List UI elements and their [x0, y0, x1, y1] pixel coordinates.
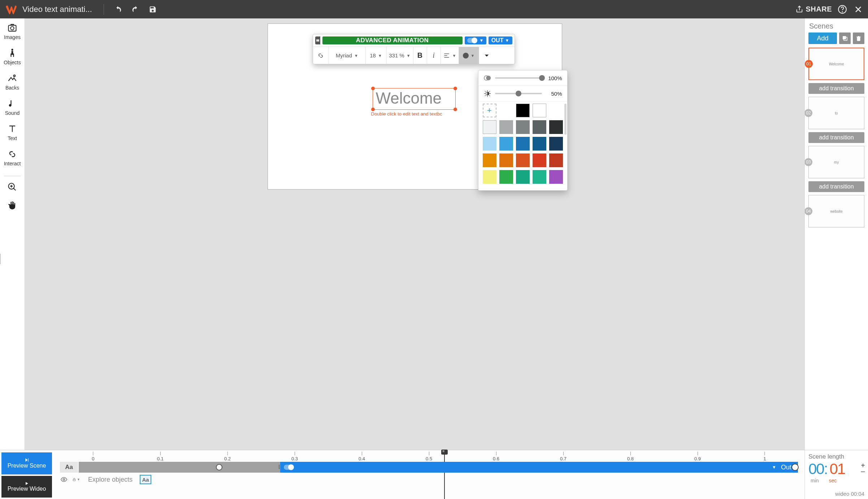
scene-label: website — [830, 209, 843, 213]
swatch[interactable] — [499, 120, 513, 134]
scene-thumb[interactable]: 04 website — [808, 195, 864, 227]
swatch[interactable] — [516, 120, 530, 134]
add-swatch-button[interactable]: + — [483, 104, 496, 117]
advanced-animation-button[interactable]: ADVANCED ANIMATION — [322, 36, 463, 44]
document-title[interactable]: Video text animati... — [22, 5, 92, 14]
canvas-text[interactable]: Welcome — [373, 88, 455, 107]
resize-handle[interactable] — [453, 87, 457, 90]
stage[interactable]: ADVANCED ANIMATION ▼ OUT▼ Myriad▼ 18▼ 33… — [268, 23, 562, 190]
svg-rect-10 — [843, 36, 846, 39]
text-toolbar: ADVANCED ANIMATION ▼ OUT▼ Myriad▼ 18▼ 33… — [313, 34, 515, 64]
animation-in-toggle[interactable]: ▼ — [465, 36, 486, 44]
swatch[interactable] — [516, 104, 530, 117]
swatch[interactable] — [499, 137, 513, 151]
share-label: SHARE — [806, 5, 832, 13]
resize-handle[interactable] — [453, 108, 457, 111]
swatch[interactable] — [499, 153, 513, 167]
brightness-slider[interactable] — [495, 93, 542, 94]
swatch[interactable] — [533, 104, 546, 117]
scene-thumb[interactable]: 01 Welcome — [808, 48, 864, 80]
scene-label: my — [834, 160, 839, 164]
swatch[interactable] — [483, 170, 496, 184]
selected-object-chip[interactable]: Aa — [140, 475, 151, 484]
undo-icon[interactable] — [113, 4, 123, 15]
brightness-value: 50% — [546, 91, 562, 97]
swatch[interactable] — [516, 137, 530, 151]
resize-handle[interactable] — [371, 108, 375, 111]
ruler-tick: 0.6 — [493, 452, 499, 461]
swatch[interactable] — [483, 153, 496, 167]
swatch[interactable] — [483, 137, 496, 151]
ruler-tick: 0.9 — [694, 452, 701, 461]
align-button[interactable]: ▼ — [441, 47, 459, 64]
toolbar-drag-handle[interactable] — [315, 36, 320, 44]
italic-button[interactable]: i — [427, 47, 441, 64]
tool-backs[interactable]: Backs — [5, 73, 19, 91]
track-segment-main[interactable]: ▼ Out || — [280, 462, 798, 473]
link-icon[interactable] — [313, 47, 329, 64]
fill-color-button[interactable]: ▼ — [459, 47, 479, 64]
swatch[interactable] — [533, 153, 546, 167]
scene-thumb[interactable]: 02 to — [808, 97, 864, 129]
save-icon[interactable] — [147, 4, 158, 15]
playhead[interactable] — [444, 450, 445, 499]
tool-images[interactable]: Images — [4, 23, 21, 40]
swatch[interactable] — [533, 170, 546, 184]
color-popover: 100% 50% + — [478, 70, 568, 191]
add-transition-button[interactable]: add transition — [808, 83, 864, 94]
preview-scene-label: Preview Scene — [8, 463, 46, 469]
font-size-select[interactable]: 18▼ — [366, 47, 387, 64]
swatch[interactable] — [549, 120, 563, 134]
scene-length-sec: 01 — [829, 460, 845, 478]
timeline-ruler[interactable]: 0 0.1 0.2 0.3 0.4 0.5 0.6 0.7 0.8 0.9 1 — [60, 452, 798, 462]
add-scene-button[interactable]: Add — [808, 32, 837, 44]
duplicate-scene-icon[interactable] — [839, 32, 851, 44]
help-icon[interactable] — [837, 4, 848, 15]
scene-number: 03 — [805, 158, 812, 166]
delete-scene-icon[interactable] — [853, 32, 864, 44]
swatch[interactable] — [549, 170, 563, 184]
tool-objects[interactable]: Objects — [4, 48, 21, 65]
close-icon[interactable] — [853, 4, 864, 15]
scene-label: Welcome — [829, 62, 844, 66]
resize-handle[interactable] — [371, 87, 375, 90]
more-options-button[interactable] — [479, 47, 494, 64]
panel-expand-handle[interactable]: ▶ — [0, 254, 1, 264]
swatch[interactable] — [499, 170, 513, 184]
preview-wideo-button[interactable]: Preview Wideo — [1, 476, 52, 498]
tool-zoom[interactable] — [7, 182, 17, 192]
zoom-select[interactable]: 331 %▼ — [387, 47, 413, 64]
track-label[interactable]: Aa — [60, 462, 78, 473]
swatch[interactable] — [516, 153, 530, 167]
swatch[interactable] — [549, 153, 563, 167]
visibility-icon[interactable] — [60, 476, 68, 483]
swatch[interactable] — [533, 120, 546, 134]
swatch[interactable] — [483, 120, 496, 134]
preview-scene-button[interactable]: Preview Scene — [1, 452, 52, 474]
tool-images-label: Images — [4, 34, 21, 40]
opacity-slider[interactable] — [495, 77, 542, 79]
tool-pan[interactable] — [7, 200, 17, 210]
add-transition-button[interactable]: add transition — [808, 132, 864, 143]
font-select[interactable]: Myriad▼ — [329, 47, 366, 64]
tool-sound[interactable]: Sound — [5, 99, 19, 116]
bold-button[interactable]: B — [413, 47, 427, 64]
share-button[interactable]: SHARE — [795, 5, 832, 13]
redo-icon[interactable] — [130, 4, 141, 15]
tool-interact[interactable]: Interact — [4, 149, 21, 166]
text-selection-box[interactable]: Welcome Double click to edit text and te… — [373, 88, 456, 110]
canvas-text-hint: Double click to edit text and textbc — [371, 111, 442, 117]
wideo-total-length: wideo 00:04 — [835, 491, 864, 497]
lock-icon[interactable]: ▼ — [72, 476, 80, 483]
track-segment-in[interactable]: || — [79, 462, 280, 473]
swatch[interactable] — [516, 170, 530, 184]
scene-thumb[interactable]: 03 my — [808, 146, 864, 178]
swatch-scrollbar[interactable] — [564, 104, 567, 135]
tool-text[interactable]: Text — [7, 124, 17, 141]
animation-out-button[interactable]: OUT▼ — [489, 36, 512, 44]
swatch[interactable] — [549, 137, 563, 151]
add-transition-button[interactable]: add transition — [808, 181, 864, 192]
scenes-title: Scenes — [805, 18, 868, 32]
swatch[interactable] — [533, 137, 546, 151]
scene-length-minus[interactable]: – — [861, 468, 865, 474]
